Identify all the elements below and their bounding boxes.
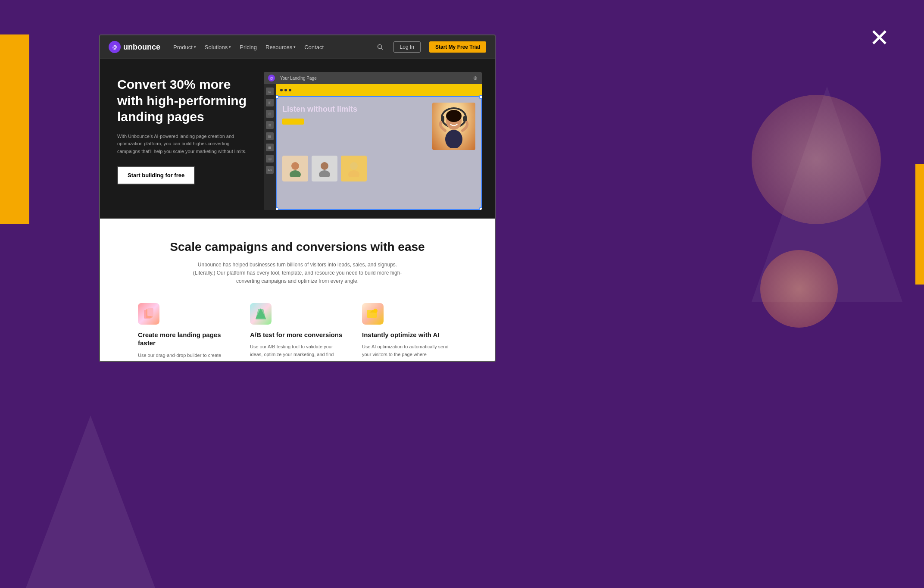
nav-item-resources[interactable]: Resources ▾ <box>265 44 296 50</box>
builder-header: @ Your Landing Page ⊕ <box>264 72 482 84</box>
svg-point-15 <box>348 170 359 177</box>
svg-line-3 <box>381 48 383 50</box>
lp-cards-row <box>276 152 482 185</box>
trial-button[interactable]: Start My Free Trial <box>429 41 486 53</box>
logo-text: unbounce <box>123 43 160 52</box>
tool-icon-7[interactable]: ◎ <box>266 155 274 163</box>
tool-icon-8[interactable]: </> <box>266 166 274 174</box>
lp-hero-cta <box>282 119 304 125</box>
section-title: Scale campaigns and conversions with eas… <box>126 240 469 254</box>
svg-point-9 <box>445 130 462 148</box>
chevron-down-icon: ▾ <box>229 45 231 49</box>
svg-point-10 <box>291 162 299 170</box>
builder-logo-icon: @ <box>268 75 275 81</box>
svg-text:@: @ <box>112 44 117 50</box>
chevron-down-icon: ▾ <box>194 45 196 49</box>
lp-hero-text-area: Listen without limits <box>282 103 426 146</box>
feature-title-ai: Instantly optimize with AI <box>362 331 457 339</box>
tool-icon-3[interactable]: ⊡ <box>266 110 274 118</box>
lp-hero-image <box>432 103 475 150</box>
tool-icon-5[interactable]: ▤ <box>266 132 274 140</box>
svg-point-12 <box>321 162 328 170</box>
close-icon[interactable]: ✕ <box>869 26 890 50</box>
hero-subtitle: With Unbounce's AI-powered landing page … <box>117 133 247 156</box>
svg-point-8 <box>446 110 462 122</box>
feature-item-pages: Create more landing pages faster Use our… <box>138 303 233 362</box>
selection-handle-br <box>479 207 482 210</box>
nav-logo[interactable]: @ unbounce <box>109 41 160 53</box>
lp-header-bar <box>276 84 482 96</box>
bg-right-bar <box>915 164 924 285</box>
nav-item-solutions[interactable]: Solutions ▾ <box>205 44 231 50</box>
features-section: Scale campaigns and conversions with eas… <box>100 219 495 362</box>
navbar: @ unbounce Product ▾ Solutions ▾ Pricing… <box>100 35 495 59</box>
svg-rect-18 <box>147 308 153 316</box>
bg-decoration-bottom-right <box>760 250 838 328</box>
lp-card-2 <box>312 156 337 181</box>
lp-dot-3 <box>289 89 291 91</box>
lp-dot-1 <box>280 89 283 91</box>
tool-icon-4[interactable]: ⊞ <box>266 121 274 129</box>
lp-card-3 <box>341 156 367 181</box>
tool-icon-1[interactable]: ▭ <box>266 88 274 95</box>
search-icon[interactable] <box>375 42 385 52</box>
hero-text-area: Convert 30% more with high-performing la… <box>117 72 255 210</box>
feature-item-ai: Instantly optimize with AI Use AI optimi… <box>362 303 457 362</box>
feature-icon-ab <box>250 303 272 325</box>
feature-desc-ab: Use our A/B testing tool to validate you… <box>250 343 345 358</box>
svg-point-14 <box>350 162 358 170</box>
logo-icon: @ <box>109 41 121 53</box>
tool-icon-6[interactable]: ▦ <box>266 144 274 151</box>
browser-window: @ unbounce Product ▾ Solutions ▾ Pricing… <box>99 34 496 362</box>
feature-title-pages: Create more landing pages faster <box>138 331 233 347</box>
svg-point-11 <box>290 170 301 177</box>
svg-point-13 <box>319 170 330 177</box>
svg-marker-20 <box>256 309 266 319</box>
feature-icon-ai <box>362 303 384 325</box>
svg-point-22 <box>373 309 378 313</box>
builder-sidebar: ▭ ◫ ⊡ ⊞ ▤ ▦ ◎ </> <box>264 84 276 210</box>
feature-desc-pages: Use our drag-and-drop builder to create … <box>138 352 233 362</box>
chevron-down-icon: ▾ <box>293 45 296 49</box>
lp-hero-content: Listen without limits <box>276 96 482 152</box>
tool-icon-2[interactable]: ◫ <box>266 99 274 106</box>
hero-title: Convert 30% more with high-performing la… <box>117 76 255 125</box>
lp-hero-title: Listen without limits <box>282 105 426 114</box>
nav-item-product[interactable]: Product ▾ <box>173 44 196 50</box>
builder-content: ▭ ◫ ⊡ ⊞ ▤ ▦ ◎ </> <box>264 84 482 210</box>
section-subtitle: Unbounce has helped businesses turn bill… <box>190 261 405 286</box>
login-button[interactable]: Log In <box>393 41 421 53</box>
nav-item-pricing[interactable]: Pricing <box>240 44 257 50</box>
builder-title-text: Your Landing Page <box>280 76 317 81</box>
builder-settings-icon: ⊕ <box>473 75 478 81</box>
feature-item-ab: A/B test for more conversions Use our A/… <box>250 303 345 362</box>
svg-point-2 <box>378 45 381 49</box>
lp-preview: Listen without limits <box>276 84 482 210</box>
lp-person-illustration <box>432 103 475 150</box>
feature-desc-ai: Use AI optimization to automatically sen… <box>362 343 457 358</box>
hero-cta-button[interactable]: Start building for free <box>117 166 195 185</box>
builder-preview: @ Your Landing Page ⊕ ▭ ◫ ⊡ ⊞ ▤ ▦ ◎ </> <box>264 72 482 210</box>
features-grid: Create more landing pages faster Use our… <box>126 303 469 362</box>
bg-decoration-right <box>752 95 881 224</box>
lp-dot-2 <box>284 89 287 91</box>
bg-triangle-left <box>26 416 155 588</box>
nav-item-contact[interactable]: Contact <box>304 44 324 50</box>
builder-canvas[interactable]: Listen without limits <box>276 84 482 210</box>
bg-left-bar <box>0 34 29 224</box>
selection-handle-bl <box>276 207 278 210</box>
hero-section: Convert 30% more with high-performing la… <box>100 59 495 219</box>
feature-title-ab: A/B test for more conversions <box>250 331 345 339</box>
lp-card-1 <box>282 156 308 181</box>
feature-icon-pages <box>138 303 159 325</box>
